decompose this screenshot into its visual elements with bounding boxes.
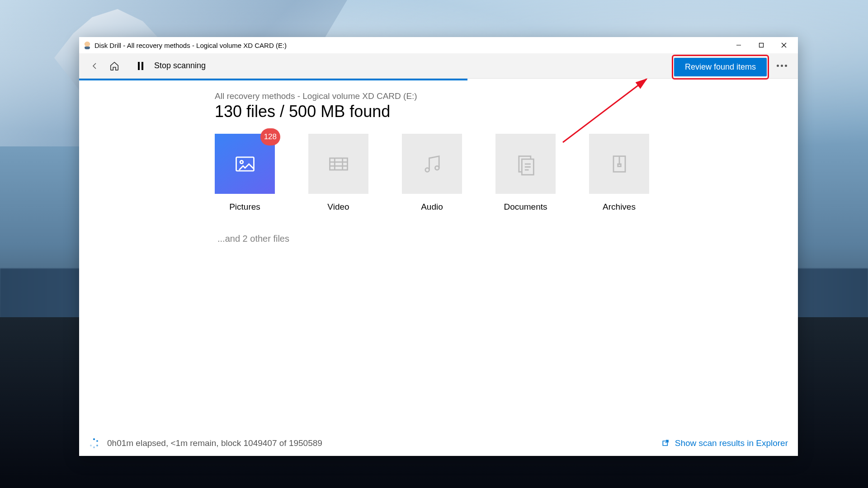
external-link-icon: [661, 439, 670, 448]
svg-point-5: [240, 160, 243, 164]
scan-subtitle: All recovery methods - Logical volume XD…: [215, 91, 798, 101]
close-icon: [781, 42, 787, 48]
category-documents[interactable]: Documents: [495, 134, 556, 212]
dot-icon: [781, 65, 783, 67]
app-icon: [84, 42, 91, 49]
category-label: Audio: [421, 202, 443, 212]
count-badge: 128: [260, 128, 280, 145]
maximize-button[interactable]: [750, 37, 773, 53]
explorer-link-label: Show scan results in Explorer: [675, 438, 788, 448]
svg-rect-20: [618, 164, 621, 166]
document-icon: [514, 152, 538, 176]
toolbar: Stop scanning Review found items: [79, 53, 798, 79]
scan-status-text: 0h01m elapsed, <1m remain, block 1049407…: [107, 438, 322, 448]
pause-icon: [138, 62, 143, 70]
svg-point-12: [435, 166, 439, 170]
category-tile: [589, 134, 649, 194]
dot-icon: [777, 65, 779, 67]
annotation-highlight: Review found items: [672, 55, 769, 80]
dot-icon: [785, 65, 787, 67]
image-icon: [233, 152, 257, 176]
pause-scan-button[interactable]: [132, 58, 149, 74]
category-label: Archives: [603, 202, 636, 212]
scan-results-headline: 130 files / 500 MB found: [215, 102, 798, 121]
window-title: Disk Drill - All recovery methods - Logi…: [94, 42, 727, 49]
category-grid: 128 Pictures Video Audio Documents: [215, 134, 798, 212]
category-label: Documents: [504, 202, 547, 212]
back-arrow-icon: [90, 61, 99, 70]
category-audio[interactable]: Audio: [402, 134, 462, 212]
archive-icon: [608, 152, 631, 176]
category-tile: [308, 134, 368, 194]
status-bar: 0h01m elapsed, <1m remain, block 1049407…: [79, 431, 798, 456]
category-label: Pictures: [229, 202, 260, 212]
titlebar[interactable]: Disk Drill - All recovery methods - Logi…: [79, 37, 798, 53]
minimize-icon: [736, 42, 741, 48]
category-pictures[interactable]: 128 Pictures: [215, 134, 275, 212]
category-archives[interactable]: Archives: [589, 134, 649, 212]
category-tile: [495, 134, 556, 194]
minimize-button[interactable]: [727, 37, 750, 53]
back-button[interactable]: [86, 58, 103, 74]
home-button[interactable]: [106, 58, 123, 74]
svg-rect-6: [330, 158, 347, 170]
close-button[interactable]: [773, 37, 795, 53]
svg-point-11: [425, 168, 429, 172]
app-window: Disk Drill - All recovery methods - Logi…: [79, 37, 798, 456]
svg-rect-1: [760, 43, 764, 47]
audio-icon: [420, 152, 444, 176]
review-found-items-button[interactable]: Review found items: [674, 58, 767, 76]
other-files-text: ...and 2 other files: [217, 234, 798, 244]
stop-scanning-label[interactable]: Stop scanning: [154, 61, 206, 70]
category-label: Video: [327, 202, 349, 212]
window-controls: [727, 37, 795, 53]
category-video[interactable]: Video: [308, 134, 368, 212]
video-icon: [327, 152, 350, 176]
show-in-explorer-link[interactable]: Show scan results in Explorer: [661, 438, 788, 448]
category-tile: [402, 134, 462, 194]
main-content: All recovery methods - Logical volume XD…: [79, 80, 798, 431]
loading-spinner-icon: [89, 438, 99, 448]
maximize-icon: [759, 42, 764, 48]
more-options-button[interactable]: [773, 61, 791, 70]
home-icon: [109, 61, 119, 71]
